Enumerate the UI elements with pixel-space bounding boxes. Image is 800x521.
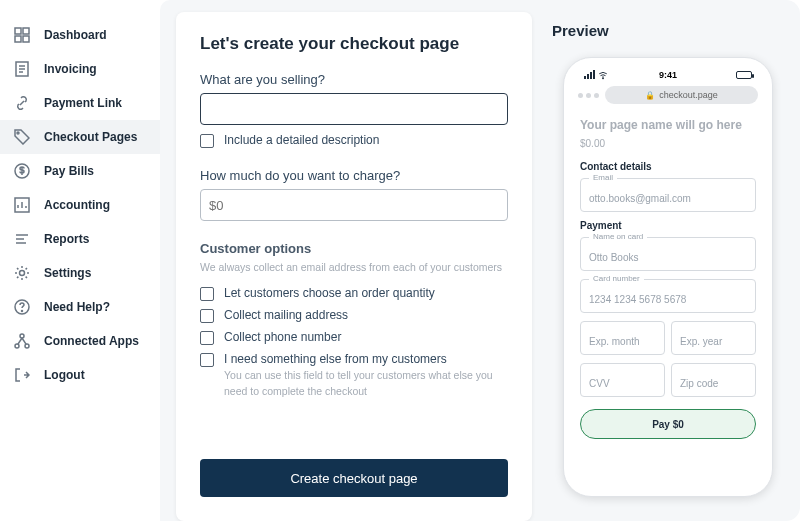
preview-price: $0.00 xyxy=(580,138,756,149)
svg-point-25 xyxy=(603,78,604,79)
svg-rect-3 xyxy=(23,36,29,42)
phone-statusbar: 9:41 xyxy=(574,68,762,86)
sidebar-item-reports[interactable]: Reports xyxy=(0,222,160,256)
opt-other-checkbox[interactable] xyxy=(200,353,214,367)
svg-line-24 xyxy=(22,338,26,344)
preview-email-value: otto.books@gmail.com xyxy=(589,193,691,204)
sidebar-item-label: Accounting xyxy=(44,198,110,212)
battery-icon xyxy=(736,71,752,79)
gear-icon xyxy=(14,265,30,281)
dollar-icon xyxy=(14,163,30,179)
selling-input[interactable] xyxy=(200,93,508,125)
sidebar-item-label: Logout xyxy=(44,368,85,382)
tag-icon xyxy=(14,129,30,145)
preview-name-field[interactable]: Name on card Otto Books xyxy=(580,237,756,271)
opt-quantity-label: Let customers choose an order quantity xyxy=(224,286,435,300)
preview-column: Preview 9:41 🔒 checkout.page Your page n… xyxy=(552,12,784,521)
preview-exp-year-field[interactable]: Exp. year xyxy=(671,321,756,355)
status-time: 9:41 xyxy=(624,70,712,80)
sidebar-item-label: Dashboard xyxy=(44,28,107,42)
svg-point-17 xyxy=(20,271,25,276)
preview-name-value: Otto Books xyxy=(589,252,638,263)
opt-mailing-label: Collect mailing address xyxy=(224,308,348,322)
sidebar-item-label: Connected Apps xyxy=(44,334,139,348)
preview-pay-button[interactable]: Pay $0 xyxy=(580,409,756,439)
svg-point-8 xyxy=(17,132,19,134)
svg-rect-1 xyxy=(23,28,29,34)
preview-heading: Preview xyxy=(552,22,784,39)
sidebar-item-payment-link[interactable]: Payment Link xyxy=(0,86,160,120)
svg-point-19 xyxy=(22,311,23,312)
svg-rect-2 xyxy=(15,36,21,42)
preview-exp-month-field[interactable]: Exp. month xyxy=(580,321,665,355)
sidebar: Dashboard Invoicing Payment Link Checkou… xyxy=(0,0,160,521)
sidebar-item-settings[interactable]: Settings xyxy=(0,256,160,290)
preview-name-label: Name on card xyxy=(589,232,647,241)
phone-preview: 9:41 🔒 checkout.page Your page name will… xyxy=(563,57,773,497)
dashboard-icon xyxy=(14,27,30,43)
preview-zip-value: Zip code xyxy=(680,378,718,389)
charge-input[interactable] xyxy=(200,189,508,221)
preview-card-value: 1234 1234 5678 5678 xyxy=(589,294,686,305)
sidebar-item-label: Invoicing xyxy=(44,62,97,76)
signal-icon xyxy=(584,71,595,79)
selling-label: What are you selling? xyxy=(200,72,508,87)
customer-options-subtitle: We always collect an email address from … xyxy=(200,260,508,276)
preview-zip-field[interactable]: Zip code xyxy=(671,363,756,397)
url-bar: 🔒 checkout.page xyxy=(605,86,758,104)
preview-email-field[interactable]: Email otto.books@gmail.com xyxy=(580,178,756,212)
reports-icon xyxy=(14,231,30,247)
preview-contact-title: Contact details xyxy=(580,161,756,172)
charge-label: How much do you want to charge? xyxy=(200,168,508,183)
sidebar-item-label: Pay Bills xyxy=(44,164,94,178)
preview-cvv-value: CVV xyxy=(589,378,610,389)
preview-payment-title: Payment xyxy=(580,220,756,231)
sidebar-item-invoicing[interactable]: Invoicing xyxy=(0,52,160,86)
svg-rect-0 xyxy=(15,28,21,34)
svg-point-20 xyxy=(20,334,24,338)
opt-quantity-checkbox[interactable] xyxy=(200,287,214,301)
sidebar-item-label: Need Help? xyxy=(44,300,110,314)
sidebar-item-checkout-pages[interactable]: Checkout Pages xyxy=(0,120,160,154)
customer-options-title: Customer options xyxy=(200,241,508,256)
link-icon xyxy=(14,95,30,111)
window-dots xyxy=(578,93,599,98)
svg-line-23 xyxy=(18,338,22,344)
sidebar-item-accounting[interactable]: Accounting xyxy=(0,188,160,222)
chart-icon xyxy=(14,197,30,213)
url-text: checkout.page xyxy=(659,90,718,100)
include-description-checkbox[interactable] xyxy=(200,134,214,148)
opt-phone-checkbox[interactable] xyxy=(200,331,214,345)
preview-card-label: Card number xyxy=(589,274,644,283)
sidebar-item-connected-apps[interactable]: Connected Apps xyxy=(0,324,160,358)
preview-page-name: Your page name will go here xyxy=(580,118,756,132)
sidebar-item-pay-bills[interactable]: Pay Bills xyxy=(0,154,160,188)
sidebar-item-label: Settings xyxy=(44,266,91,280)
opt-mailing-checkbox[interactable] xyxy=(200,309,214,323)
include-description-label: Include a detailed description xyxy=(224,133,379,147)
wifi-icon xyxy=(598,70,608,80)
sidebar-item-label: Reports xyxy=(44,232,89,246)
lock-icon: 🔒 xyxy=(645,91,655,100)
sidebar-item-need-help[interactable]: Need Help? xyxy=(0,290,160,324)
form-title: Let's create your checkout page xyxy=(200,34,508,54)
preview-cvv-field[interactable]: CVV xyxy=(580,363,665,397)
help-icon xyxy=(14,299,30,315)
network-icon xyxy=(14,333,30,349)
logout-icon xyxy=(14,367,30,383)
preview-exp-year-value: Exp. year xyxy=(680,336,722,347)
preview-exp-month-value: Exp. month xyxy=(589,336,640,347)
opt-other-label: I need something else from my customers xyxy=(224,352,447,366)
opt-phone-label: Collect phone number xyxy=(224,330,341,344)
invoicing-icon xyxy=(14,61,30,77)
main-area: Let's create your checkout page What are… xyxy=(160,0,800,521)
sidebar-item-logout[interactable]: Logout xyxy=(0,358,160,392)
opt-other-helper: You can use this field to tell your cust… xyxy=(224,368,508,400)
preview-email-label: Email xyxy=(589,173,617,182)
checkout-form-card: Let's create your checkout page What are… xyxy=(176,12,532,521)
sidebar-item-label: Checkout Pages xyxy=(44,130,137,144)
sidebar-item-dashboard[interactable]: Dashboard xyxy=(0,18,160,52)
sidebar-item-label: Payment Link xyxy=(44,96,122,110)
preview-card-field[interactable]: Card number 1234 1234 5678 5678 xyxy=(580,279,756,313)
create-checkout-button[interactable]: Create checkout page xyxy=(200,459,508,497)
